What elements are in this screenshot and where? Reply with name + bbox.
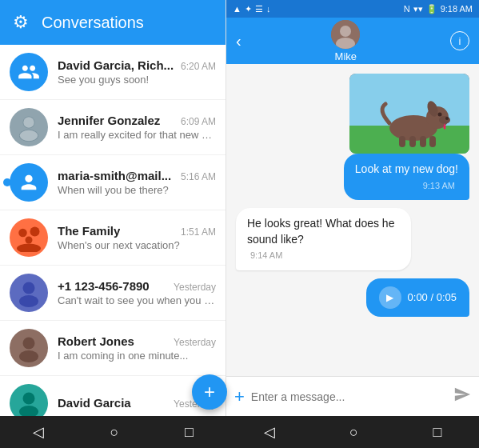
- svg-point-3: [20, 130, 38, 142]
- conv-content: Robert Jones Yesterday I am coming in on…: [58, 334, 216, 362]
- outgoing-text-bubble: Look at my new dog! 9:13 AM: [344, 154, 469, 200]
- conv-preview: Can't wait to see you when you get back …: [58, 294, 216, 306]
- conv-name: +1 123-456-7890: [58, 279, 150, 293]
- time-display: 9:18 AM: [441, 4, 473, 14]
- conv-name: David Garcia, Rich...: [58, 58, 174, 72]
- conversations-panel: ⚙ Conversations David Garcia, Rich... 6:…: [0, 0, 226, 416]
- list-item[interactable]: David Garcia, Rich... 6:20 AM See you gu…: [0, 45, 226, 100]
- avatar: [10, 53, 48, 91]
- recents-nav-icon-right[interactable]: □: [433, 424, 441, 441]
- attach-button[interactable]: +: [234, 386, 245, 407]
- battery-icon: 🔋: [426, 4, 437, 14]
- back-nav-icon-right[interactable]: ◁: [264, 423, 275, 441]
- message-time: 9:14 AM: [247, 250, 400, 262]
- send-button[interactable]: [453, 386, 471, 407]
- chat-avatar-wrap: Mike: [248, 20, 444, 62]
- svg-point-23: [438, 113, 442, 117]
- dog-svg: [349, 74, 469, 154]
- conversations-title: Conversations: [42, 14, 144, 32]
- chat-messages: Look at my new dog! 9:13 AM He looks gre…: [226, 64, 479, 376]
- recents-nav-icon[interactable]: □: [185, 424, 194, 441]
- avatar: [10, 384, 48, 416]
- incoming-text-bubble: He looks great! What does he sound like?…: [236, 208, 411, 270]
- back-nav-icon[interactable]: ◁: [33, 423, 44, 441]
- conv-name: The Family: [58, 224, 120, 238]
- chat-panel: ▲ ✦ ☰ ↓ N ▾▾ 🔋 9:18 AM ‹: [226, 0, 479, 416]
- new-conversation-fab[interactable]: +: [192, 374, 227, 410]
- list-item[interactable]: The Family 1:51 AM When's our next vacat…: [0, 210, 226, 266]
- conv-time: 6:20 AM: [181, 61, 216, 72]
- svg-point-13: [19, 406, 38, 416]
- svg-point-9: [19, 295, 38, 307]
- chat-input-bar: +: [226, 376, 479, 416]
- message-time: 9:13 AM: [355, 180, 458, 192]
- david2-icon: [14, 389, 43, 416]
- conv-preview: I am really excited for that new video g…: [58, 129, 216, 141]
- info-button[interactable]: i: [450, 31, 469, 50]
- outgoing-audio-msg: ▶ 0:00 / 0:05: [236, 278, 469, 317]
- list-item[interactable]: maria-smith@mail... 5:16 AM When will yo…: [0, 155, 226, 210]
- incoming-text-msg: He looks great! What does he sound like?…: [236, 208, 469, 270]
- chat-name: Mike: [335, 50, 357, 62]
- svg-point-6: [26, 237, 33, 244]
- svg-rect-26: [409, 136, 416, 147]
- menu-icon: ☰: [255, 4, 263, 14]
- family-icon: [14, 223, 43, 252]
- svg-point-7: [17, 244, 41, 253]
- svg-rect-25: [399, 136, 405, 147]
- play-button[interactable]: ▶: [379, 286, 401, 309]
- status-left: ▲ ✦ ☰ ↓: [233, 4, 270, 14]
- right-nav-bar: ◁ ○ □: [226, 416, 479, 448]
- conv-name: Robert Jones: [58, 334, 134, 348]
- svg-point-10: [23, 338, 35, 350]
- svg-point-11: [19, 350, 38, 362]
- left-nav-bar: ◁ ○ □: [0, 416, 226, 448]
- svg-rect-28: [429, 136, 436, 147]
- message-input[interactable]: [251, 390, 447, 403]
- conv-preview: When's our next vacation?: [58, 239, 216, 251]
- list-item[interactable]: +1 123-456-7890 Yesterday Can't wait to …: [0, 266, 226, 321]
- conv-content: The Family 1:51 AM When's our next vacat…: [58, 224, 216, 251]
- conv-name: David Garcia: [58, 396, 131, 410]
- message-text: He looks great! What does he sound like?: [247, 217, 394, 246]
- conv-time: 6:09 AM: [181, 116, 216, 127]
- conv-name: Jennifer Gonzalez: [58, 114, 160, 127]
- conv-time: Yesterday: [174, 337, 216, 348]
- home-nav-icon-right[interactable]: ○: [349, 424, 358, 441]
- avatar: [10, 163, 48, 202]
- person-icon: [18, 171, 40, 194]
- send-icon: [453, 386, 471, 403]
- warning-icon: ▲: [233, 4, 241, 14]
- home-nav-icon[interactable]: ○: [110, 424, 119, 441]
- conv-name: maria-smith@mail...: [58, 169, 171, 182]
- conv-preview: I am coming in one minute...: [58, 350, 216, 362]
- outgoing-image-msg: Look at my new dog! 9:13 AM: [236, 74, 469, 200]
- person-silhouette-icon: [14, 113, 43, 142]
- svg-rect-27: [420, 136, 426, 147]
- wifi-icon: ▾▾: [413, 4, 423, 14]
- list-item[interactable]: Robert Jones Yesterday I am coming in on…: [0, 321, 226, 376]
- nfc-icon: N: [404, 4, 410, 14]
- group-icon: [18, 61, 40, 83]
- conv-content: maria-smith@mail... 5:16 AM When will yo…: [58, 169, 216, 196]
- avatar: [10, 218, 48, 257]
- status-bar: ▲ ✦ ☰ ↓ N ▾▾ 🔋 9:18 AM: [226, 0, 479, 18]
- conv-time: 1:51 AM: [181, 226, 216, 238]
- avatar: [10, 108, 48, 146]
- back-button[interactable]: ‹: [236, 32, 241, 50]
- conv-time: 5:16 AM: [181, 171, 216, 182]
- bottom-navigation: ◁ ○ □ ◁ ○ □: [0, 416, 479, 448]
- conv-content: Jennifer Gonzalez 6:09 AM I am really ex…: [58, 114, 216, 141]
- svg-point-22: [445, 117, 449, 120]
- message-text: Look at my new dog!: [355, 162, 458, 175]
- message-image-wrap: [349, 74, 469, 154]
- conv-content: +1 123-456-7890 Yesterday Can't wait to …: [58, 279, 216, 306]
- svg-point-15: [340, 26, 351, 37]
- audio-duration: 0:00 / 0:05: [408, 291, 457, 303]
- conv-content: David Garcia, Rich... 6:20 AM See you gu…: [58, 58, 216, 86]
- conv-preview: See you guys soon!: [58, 74, 216, 86]
- chat-avatar: [331, 20, 360, 49]
- gear-icon[interactable]: ⚙: [13, 12, 29, 33]
- list-item[interactable]: Jennifer Gonzalez 6:09 AM I am really ex…: [0, 100, 226, 155]
- signal-icon: ✦: [245, 4, 252, 14]
